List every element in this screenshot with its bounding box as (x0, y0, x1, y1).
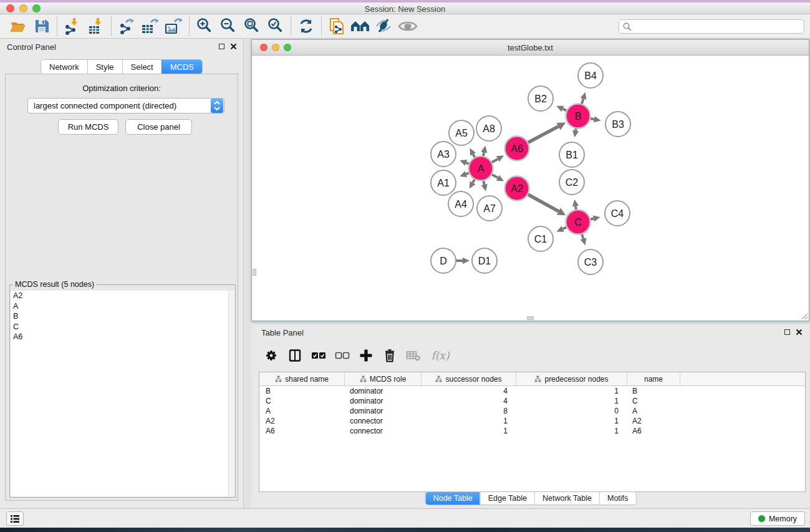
node-B3[interactable]: B3 (605, 112, 630, 137)
result-scrollbar[interactable] (228, 291, 234, 496)
new-network-from-selection-icon[interactable] (325, 16, 349, 36)
result-item[interactable]: B (11, 311, 234, 322)
shared-column-icon (534, 375, 541, 382)
node-B2[interactable]: B2 (528, 86, 553, 111)
delete-column-icon[interactable] (379, 346, 400, 365)
cell: 8 (422, 406, 516, 416)
arrowhead-C-C2 (572, 200, 579, 207)
run-mcds-button[interactable]: Run MCDS (58, 119, 118, 135)
column-header-shared-name[interactable]: shared name (259, 372, 345, 385)
zoom-fit-icon[interactable] (240, 16, 264, 36)
cell: C (259, 396, 345, 406)
node-A8[interactable]: A8 (476, 116, 501, 141)
network-canvas[interactable]: B4B2BB3A5A8A6A3B1AA1C2A2A4A7C4CC1C3DD1 (252, 56, 809, 321)
network-window-titlebar[interactable]: testGlobe.txt (252, 40, 809, 56)
tab-network-table[interactable]: Network Table (534, 492, 599, 505)
add-column-icon[interactable] (355, 346, 377, 365)
zoom-out-icon[interactable] (216, 16, 240, 36)
mcds-result-list[interactable]: A2ABCA6 (11, 291, 234, 496)
control-panel-titlebar: Control Panel (0, 39, 243, 55)
refresh-view-icon[interactable] (294, 16, 318, 36)
memory-button[interactable]: Memory (750, 511, 805, 526)
close-table-panel-icon[interactable] (796, 329, 803, 336)
tab-node-table[interactable]: Node Table (426, 492, 480, 505)
result-item[interactable]: C (11, 322, 234, 332)
column-header-successor-nodes[interactable]: successor nodes (422, 372, 516, 385)
tab-style[interactable]: Style (87, 60, 122, 74)
table-row[interactable]: Cdominator41C (259, 396, 805, 406)
network-graph-svg: B4B2BB3A5A8A6A3B1AA1C2A2A4A7C4CC1C3DD1 (252, 56, 809, 321)
node-D[interactable]: D (431, 248, 456, 273)
node-B[interactable]: B (566, 104, 591, 128)
column-header-MCDS-role[interactable]: MCDS role (345, 372, 422, 385)
table-toolbar: f(x) (258, 343, 804, 368)
column-header-name[interactable]: name (627, 372, 680, 385)
horizontal-scroll-thumb[interactable] (527, 316, 534, 320)
tab-edge-table[interactable]: Edge Table (480, 492, 534, 505)
cell: dominator (345, 396, 422, 406)
export-table-icon[interactable] (138, 16, 162, 36)
toggle-style-preview-icon[interactable] (372, 16, 396, 36)
node-A5[interactable]: A5 (449, 120, 474, 145)
control-panel: Control Panel NetworkStyleSelectMCDS Opt… (0, 39, 244, 508)
close-panel-icon[interactable] (230, 43, 237, 50)
node-C2[interactable]: C2 (559, 170, 584, 195)
zoom-in-icon[interactable] (193, 16, 216, 36)
node-A6[interactable]: A6 (505, 137, 529, 161)
search-icon (622, 22, 632, 32)
node-A7[interactable]: A7 (477, 196, 502, 221)
show-hide-graphics-icon[interactable] (396, 16, 420, 36)
result-item[interactable]: A (11, 301, 234, 312)
node-B4[interactable]: B4 (578, 63, 603, 88)
node-A[interactable]: A (469, 157, 493, 181)
column-layout-icon[interactable] (284, 346, 306, 365)
node-A4[interactable]: A4 (448, 191, 473, 216)
node-C[interactable]: C (566, 210, 591, 235)
task-history-button[interactable] (6, 511, 24, 526)
select-all-columns-icon[interactable] (308, 346, 329, 365)
table-row[interactable]: A6connector11A6 (259, 426, 805, 436)
tab-motifs[interactable]: Motifs (599, 492, 635, 505)
cell: A6 (259, 426, 345, 436)
save-session-icon[interactable] (30, 16, 54, 36)
result-item[interactable]: A6 (11, 332, 234, 342)
vertical-scroll-thumb[interactable] (253, 269, 256, 276)
float-panel-icon[interactable] (219, 44, 224, 49)
tab-network[interactable]: Network (41, 60, 87, 74)
mcds-tab-content: Optimization criterion: largest connecte… (5, 74, 238, 501)
column-header-predecessor-nodes[interactable]: predecessor nodes (516, 372, 627, 385)
tab-select[interactable]: Select (122, 60, 162, 74)
home-layout-icon[interactable] (349, 16, 372, 36)
node-C1[interactable]: C1 (528, 226, 553, 251)
cell: 1 (422, 416, 516, 426)
table-row[interactable]: Bdominator41B (259, 386, 805, 396)
selected-criterion: largest connected component (directed) (28, 101, 211, 110)
export-image-icon[interactable] (162, 16, 186, 36)
node-C4[interactable]: C4 (605, 201, 630, 226)
search-input[interactable] (619, 19, 804, 34)
import-table-icon[interactable] (84, 16, 108, 36)
node-A1[interactable]: A1 (431, 170, 456, 195)
table-settings-icon[interactable] (261, 346, 282, 365)
zoom-selected-icon[interactable] (264, 16, 287, 36)
node-A3[interactable]: A3 (431, 142, 456, 167)
node-A2[interactable]: A2 (505, 177, 529, 201)
node-D1[interactable]: D1 (472, 248, 497, 273)
delete-table-icon[interactable] (403, 346, 424, 365)
import-network-icon[interactable] (60, 16, 84, 36)
result-item[interactable]: A2 (11, 291, 234, 301)
window-resize-grip[interactable] (800, 312, 808, 320)
tab-mcds[interactable]: MCDS (162, 60, 202, 74)
close-panel-button[interactable]: Close panel (125, 119, 192, 135)
deselect-all-columns-icon[interactable] (332, 346, 353, 365)
node-C3[interactable]: C3 (578, 249, 603, 274)
node-label-B1: B1 (566, 150, 578, 160)
float-table-panel-icon[interactable] (784, 329, 790, 335)
function-builder-icon[interactable]: f(x) (427, 346, 454, 365)
open-file-icon[interactable] (6, 16, 30, 36)
node-B1[interactable]: B1 (559, 142, 584, 167)
optimization-criterion-select[interactable]: largest connected component (directed) (27, 98, 224, 114)
table-row[interactable]: Adominator80A (259, 406, 805, 416)
table-row[interactable]: A2connector11A2 (259, 416, 805, 426)
export-network-icon[interactable] (115, 16, 138, 36)
